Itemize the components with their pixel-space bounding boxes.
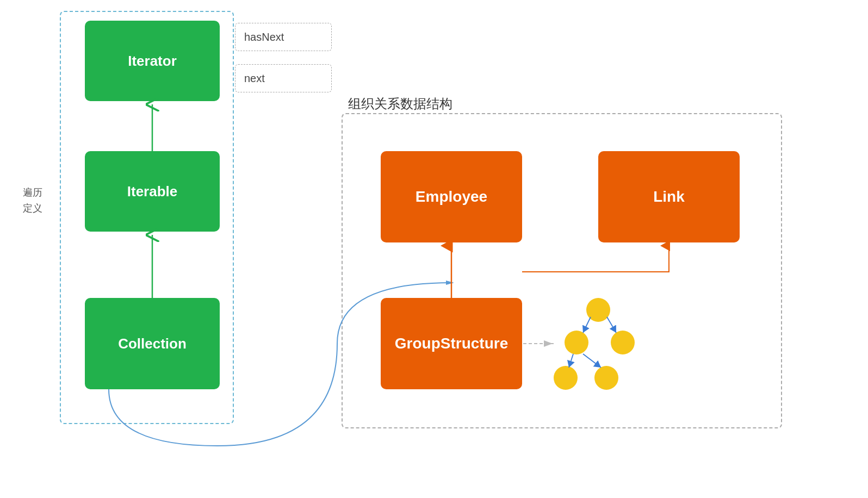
box-collection: Collection <box>85 298 220 389</box>
side-label: 遍历 定义 <box>23 185 42 216</box>
method-next: next <box>235 64 332 92</box>
box-groupstructure: GroupStructure <box>381 298 522 389</box>
box-iterator: Iterator <box>85 21 220 101</box>
method-hasnext: hasNext <box>235 23 332 51</box>
right-box-title: 组织关系数据结构 <box>348 95 452 113</box>
box-employee: Employee <box>381 151 522 242</box>
box-link: Link <box>598 151 740 242</box>
diagram-container: { "left_box": { "label_line1": "遍历", "la… <box>0 0 868 498</box>
box-iterable: Iterable <box>85 151 220 232</box>
